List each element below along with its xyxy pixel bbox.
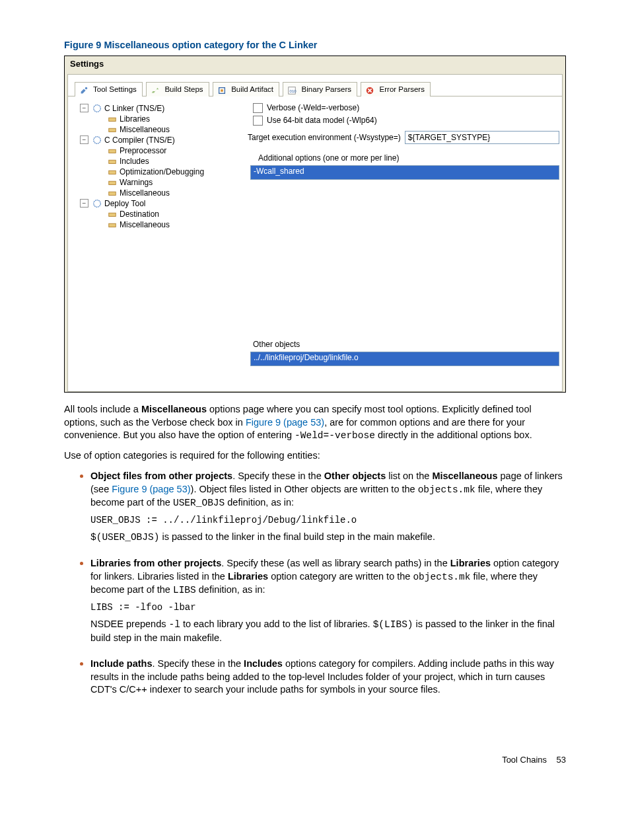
tab-label: Error Parsers	[380, 85, 425, 93]
category-icon	[108, 188, 117, 198]
tree-label: Includes	[120, 157, 149, 166]
steps-icon	[151, 86, 160, 94]
tree-label: Miscellaneous	[120, 188, 170, 198]
tool-icon	[92, 104, 102, 113]
tab-label: Build Artifact	[231, 85, 273, 93]
svg-rect-13	[109, 181, 116, 184]
bullet-libraries: Libraries from other projects. Specify t…	[90, 556, 566, 644]
category-icon	[108, 178, 117, 187]
target-env-input[interactable]: ${TARGET_SYSTYPE}	[405, 131, 559, 144]
target-env-label: Target execution environment (-Wsystype=…	[248, 133, 401, 142]
bullet-include-paths: Include paths. Specify these in the Incl…	[90, 656, 566, 697]
svg-rect-12	[109, 171, 116, 174]
binary-icon: 010	[287, 86, 297, 94]
footer-section: Tool Chains	[502, 755, 547, 765]
bullet-object-files: Object files from other projects. Specif…	[90, 469, 566, 544]
category-icon	[108, 167, 117, 176]
tree-node-miscellaneous[interactable]: Miscellaneous	[80, 124, 245, 135]
page-footer: Tool Chains 53	[0, 735, 630, 784]
tree-label: Destination	[120, 210, 159, 219]
figure-caption: Figure 9 Miscellaneous option category f…	[64, 40, 566, 50]
options-pane: Verbose (-Weld=-verbose) Use 64-bit data…	[248, 96, 562, 391]
svg-text:010: 010	[290, 89, 297, 93]
tree-node-c-linker[interactable]: − C Linker (TNS/E)	[80, 103, 245, 114]
tabs-container: Tool Settings Build Steps Build Artifact…	[67, 74, 563, 392]
tree-node-c-compiler[interactable]: − C Compiler (TNS/E)	[80, 135, 245, 145]
category-icon	[108, 146, 117, 155]
paragraph: Use of option categories is required for…	[64, 449, 566, 463]
svg-rect-7	[109, 118, 116, 121]
checkbox-label: Verbose (-Weld=-verbose)	[267, 103, 359, 112]
tab-label: Build Steps	[164, 85, 203, 93]
svg-rect-2	[221, 89, 223, 92]
tab-build-artifact[interactable]: Build Artifact	[213, 82, 279, 96]
svg-rect-8	[109, 128, 116, 132]
svg-rect-16	[109, 213, 116, 216]
checkbox-icon[interactable]	[253, 116, 263, 126]
tree-node-includes[interactable]: Includes	[80, 156, 245, 167]
tree-label: Miscellaneous	[120, 220, 170, 229]
tabs-row: Tool Settings Build Steps Build Artifact…	[68, 79, 562, 96]
category-icon	[108, 114, 117, 124]
tree-node-warnings[interactable]: Warnings	[80, 177, 245, 188]
tab-error-parsers[interactable]: Error Parsers	[361, 82, 431, 96]
tree-label: C Linker (TNS/E)	[104, 104, 164, 113]
tab-binary-parsers[interactable]: 010 Binary Parsers	[283, 82, 357, 96]
tree-label: Deploy Tool	[104, 199, 145, 208]
svg-rect-11	[109, 160, 116, 163]
svg-rect-14	[109, 192, 116, 195]
target-env-row: Target execution environment (-Wsystype=…	[248, 127, 559, 147]
svg-point-9	[94, 137, 101, 144]
figure-link[interactable]: Figure 9 (page 53)	[112, 484, 190, 494]
tree-label: C Compiler (TNS/E)	[104, 135, 175, 145]
category-icon	[108, 157, 117, 166]
wrench-icon	[79, 86, 88, 94]
additional-options-label: Additional options (one or more per line…	[248, 147, 559, 165]
category-icon	[108, 220, 117, 229]
checkbox-label: Use 64-bit data model (-Wlp64)	[267, 116, 377, 125]
tool-icon	[92, 135, 102, 145]
tree-label: Libraries	[120, 114, 150, 124]
expander-minus-icon[interactable]: −	[80, 104, 88, 112]
tree-node-deploy-tool[interactable]: − Deploy Tool	[80, 198, 245, 209]
tab-tool-settings[interactable]: Tool Settings	[75, 82, 143, 96]
svg-point-6	[94, 105, 101, 112]
tree-node-miscellaneous[interactable]: Miscellaneous	[80, 219, 245, 230]
verbose-checkbox-row[interactable]: Verbose (-Weld=-verbose)	[248, 102, 559, 114]
body-text: All tools include a Miscellaneous option…	[64, 403, 566, 697]
svg-point-0	[85, 87, 88, 90]
tree-label: Warnings	[120, 178, 153, 187]
tree-node-libraries[interactable]: Libraries	[80, 114, 245, 124]
tree-label: Miscellaneous	[120, 125, 170, 134]
other-objects-label: Other objects	[248, 338, 559, 352]
artifact-icon	[217, 86, 227, 94]
figure-link[interactable]: Figure 9 (page 53)	[246, 417, 324, 428]
checkbox-icon[interactable]	[253, 103, 263, 113]
other-objects-input[interactable]: ../../linkfileproj/Debug/linkfile.o	[250, 352, 559, 366]
category-icon	[108, 210, 117, 219]
tree-node-optimization-debugging[interactable]: Optimization/Debugging	[80, 167, 245, 177]
paragraph: All tools include a Miscellaneous option…	[64, 403, 566, 443]
tree-node-destination[interactable]: Destination	[80, 209, 245, 219]
svg-rect-17	[109, 223, 116, 227]
use64-checkbox-row[interactable]: Use 64-bit data model (-Wlp64)	[248, 114, 559, 127]
tree-node-miscellaneous[interactable]: Miscellaneous	[80, 188, 245, 198]
expander-minus-icon[interactable]: −	[80, 199, 88, 208]
tree-node-preprocessor[interactable]: Preprocessor	[80, 145, 245, 156]
error-icon	[365, 86, 374, 94]
tool-tree: − C Linker (TNS/E) Libraries Miscellaneo…	[68, 96, 248, 391]
settings-title: Settings	[65, 56, 565, 74]
additional-options-input[interactable]: -Wcall_shared	[250, 165, 559, 180]
tab-build-steps[interactable]: Build Steps	[146, 82, 209, 96]
tab-label: Binary Parsers	[302, 85, 351, 93]
tree-label: Optimization/Debugging	[120, 167, 204, 176]
code-block: LIBS := -lfoo -lbar	[90, 601, 566, 614]
settings-panel: Settings Tool Settings Build Steps Build…	[64, 56, 566, 393]
svg-rect-10	[109, 149, 116, 153]
tab-label: Tool Settings	[93, 85, 137, 93]
tool-icon	[92, 199, 102, 208]
expander-minus-icon[interactable]: −	[80, 135, 88, 144]
page-number: 53	[557, 755, 566, 765]
svg-point-15	[94, 200, 101, 208]
tree-label: Preprocessor	[120, 146, 166, 155]
